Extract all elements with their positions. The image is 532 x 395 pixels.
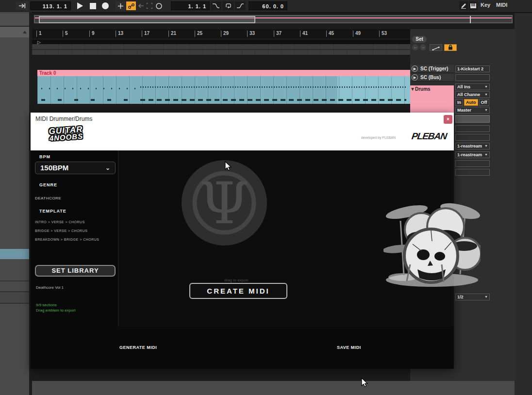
computer-keyboard-icon[interactable] (469, 1, 478, 10)
template-option[interactable]: BREAKDOWN > BRIDGE > CHORUS (35, 238, 100, 241)
ruler-mark: 25 (195, 31, 202, 37)
unfold-track-icon[interactable]: ▶ (412, 74, 418, 81)
track-header-sc-trigger[interactable]: ▶SC (Trigger) (410, 65, 454, 73)
fold-track-icon[interactable]: ▼ (410, 86, 415, 92)
browser-sort-row[interactable] (0, 27, 29, 37)
drag-to-export-text: drag to export (224, 278, 248, 282)
clip-title-bar[interactable]: Track 0 (37, 70, 410, 76)
monitor-auto-button[interactable]: Auto (464, 99, 478, 106)
template-option[interactable]: BRIDGE > VERSE > CHORUS (35, 229, 87, 232)
drum-kit-image (383, 192, 481, 289)
clip-body[interactable] (37, 76, 410, 104)
arrangement-overview[interactable] (34, 15, 513, 23)
psi-emblem[interactable]: Ψ (181, 159, 268, 248)
developed-by-text: developed by PLEBAN (361, 136, 396, 139)
lock-envelopes-button[interactable] (444, 44, 457, 51)
sort-arrow-icon (23, 31, 27, 33)
output-chooser[interactable]: ▼Master (455, 107, 490, 114)
plugin-window: MIDI Drummer/Drums × GUITAR 4NOOBS devel… (31, 113, 454, 369)
track-header-sc-bus[interactable]: ▶SC (Bus) (410, 74, 454, 82)
bpm-select[interactable]: ⌄ 150BPM (35, 162, 116, 174)
input-channel-chooser[interactable]: ▼All Channe (455, 91, 490, 98)
play-button[interactable] (74, 1, 85, 10)
input-type-chooser[interactable]: ▼All Ins (455, 83, 490, 90)
empty-track-lane[interactable] (32, 44, 410, 56)
ruler-mark: 1 (36, 31, 42, 37)
reastream-chooser[interactable]: ▼1-reastream (455, 143, 490, 149)
monitor-switches: In Auto Off (455, 99, 490, 106)
browser-panel (0, 12, 32, 395)
draw-pencil-icon[interactable] (459, 1, 468, 10)
midi-clip[interactable]: Track 0 (37, 70, 410, 104)
loop-start-display[interactable]: 1. 1. 1 (171, 1, 210, 10)
ruler-mark: 5 (63, 31, 68, 37)
genre-label: GENRE (39, 182, 57, 187)
genre-value[interactable]: DEATHCORE (35, 196, 61, 200)
punch-out-icon[interactable] (235, 1, 246, 10)
crossfade-icon[interactable] (430, 44, 442, 51)
svg-text:Ψ: Ψ (199, 170, 249, 237)
chevron-down-icon: ⌄ (105, 162, 110, 174)
follow-icon[interactable] (16, 1, 28, 10)
io-empty-box[interactable] (455, 160, 490, 167)
ruler-mark: 13 (116, 31, 123, 37)
loop-length-display[interactable]: 60. 0. 0 (249, 1, 287, 10)
back-to-arrangement-icon[interactable] (137, 1, 145, 10)
plugin-titlebar[interactable]: MIDI Drummer/Drums (31, 113, 454, 125)
generate-midi-button[interactable]: GENERATE MIDI (119, 345, 157, 350)
midi-map-button[interactable]: MIDI (496, 2, 507, 8)
bpm-label: BPM (39, 154, 50, 159)
io-empty-box[interactable] (455, 125, 490, 132)
drag-hint: Drag emblem to export (36, 308, 75, 313)
reastream-chooser[interactable]: ▼1-reastream (455, 151, 490, 158)
set-library-button[interactable]: SET LIBRARY (35, 265, 116, 277)
close-icon[interactable]: × (444, 115, 452, 124)
forward-arrow-button[interactable]: → (420, 44, 426, 50)
plugin-sidebar: BPM ⌄ 150BPM GENRE DEATHCORE TEMPLATE IN… (31, 150, 118, 327)
selection-box-icon[interactable] (146, 1, 153, 10)
midi-notes-row (140, 86, 406, 88)
loop-circle-icon[interactable] (154, 1, 163, 10)
browser-header (0, 14, 29, 27)
monitor-off-button[interactable]: Off (479, 99, 489, 106)
input-device-box[interactable]: 1-Kickstart 2 (455, 66, 490, 72)
template-label: TEMPLATE (39, 209, 66, 214)
overview-zoom-selection[interactable] (39, 16, 255, 23)
create-midi-button[interactable]: CREATE MIDI (189, 283, 287, 299)
template-option[interactable]: INTRO > VERSE > CHORUS (35, 220, 85, 224)
midi-notes-row (41, 99, 138, 101)
stop-button[interactable] (87, 1, 98, 10)
key-map-button[interactable]: Key (481, 2, 490, 8)
ruler-mark: 29 (221, 31, 229, 37)
save-midi-button[interactable]: SAVE MIDI (337, 345, 361, 350)
io-empty-box[interactable] (455, 169, 490, 176)
ruler-mark: 33 (247, 31, 255, 37)
unfold-track-icon[interactable]: ▶ (412, 66, 418, 72)
beat-time-ruler[interactable]: 1 5 9 13 17 21 25 29 33 37 41 45 49 53 (32, 29, 410, 39)
quantize-chooser[interactable]: ▼1/2 (455, 294, 490, 300)
plugin-footer: GENERATE MIDI SAVE MIDI (31, 327, 454, 369)
ruler-mark: 41 (300, 31, 308, 37)
io-empty-box[interactable] (455, 74, 490, 81)
right-edge-band (515, 13, 532, 395)
automation-mode-button[interactable] (126, 1, 136, 10)
monitor-in-button[interactable]: In (455, 99, 463, 106)
record-button[interactable] (100, 1, 111, 10)
back-arrow-button[interactable]: ← (412, 44, 418, 50)
draw-mode-plus-icon[interactable] (116, 1, 125, 10)
midi-notes-row (41, 88, 138, 89)
ruler-mark: 49 (353, 31, 361, 37)
overview-marker (470, 16, 471, 23)
sections-status: 9/9 sections (36, 302, 57, 308)
set-button[interactable]: Set (412, 36, 427, 43)
transport-toolbar: 113. 1. 1 1. 1. 1 (0, 0, 532, 13)
plugin-main-area: Ψ drag to export CREATE MIDI (118, 150, 454, 327)
browser-divider (0, 280, 29, 281)
arrangement-position-display[interactable]: 113. 1. 1 (30, 1, 71, 10)
browser-selected-item[interactable] (0, 249, 29, 259)
library-name: Deathcore Vol 1 (36, 285, 64, 290)
punch-in-icon[interactable] (211, 1, 221, 10)
io-empty-box[interactable] (455, 134, 490, 141)
loop-switch-icon[interactable] (222, 1, 234, 10)
guitar4noobs-logo: GUITAR 4NOOBS (49, 126, 83, 142)
